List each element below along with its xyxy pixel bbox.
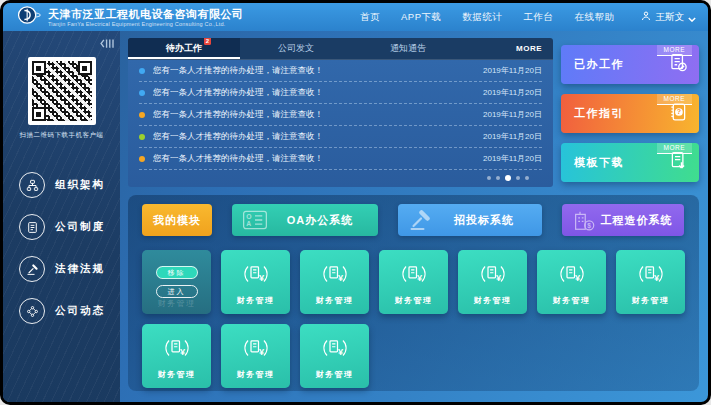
module-card-label: 财务管理 xyxy=(158,369,196,380)
system-header-oa[interactable]: O A OA办公系统 xyxy=(232,204,378,236)
module-card-label: 财务管理 xyxy=(316,295,354,306)
todo-list-item[interactable]: 您有一条人才推荐的待办处理，请注意查收！ 2019年11月20日 xyxy=(139,82,542,104)
module-card-label: 财务管理 xyxy=(632,295,670,306)
pagination-dot[interactable] xyxy=(525,176,529,180)
nav-online-help[interactable]: 在线帮助 xyxy=(575,11,615,24)
svg-text:¥: ¥ xyxy=(337,347,343,357)
carousel-pagination xyxy=(139,170,542,185)
finance-doc-icon: ¥ xyxy=(320,259,350,293)
status-dot xyxy=(139,90,145,96)
sidebar-item-org-structure[interactable]: 组织架构 xyxy=(19,172,120,198)
card-label: 已办工作 xyxy=(574,57,624,72)
nav-workbench[interactable]: 工作台 xyxy=(524,11,554,24)
todo-list-item[interactable]: 您有一条人才推荐的待办处理，请注意查收！ 2019年11月20日 xyxy=(139,148,542,170)
sidebar-item-company-news[interactable]: 公司动态 xyxy=(19,298,120,324)
qr-caption: 扫描二维码下载手机客户端 xyxy=(3,131,120,140)
chevron-down-icon xyxy=(688,8,696,26)
pagination-dot[interactable] xyxy=(487,176,491,180)
nav-app-download[interactable]: APP下载 xyxy=(401,11,442,24)
status-dot xyxy=(139,134,145,140)
page-body: 扫描二维码下载手机客户端 组织架构 xyxy=(3,31,708,402)
svg-text:¥: ¥ xyxy=(495,273,501,283)
svg-text:¥: ¥ xyxy=(574,273,580,283)
pagination-dot[interactable] xyxy=(516,176,520,180)
company-logo-icon xyxy=(17,5,41,29)
pagination-dot-active[interactable] xyxy=(505,175,511,181)
module-card-finance[interactable]: ¥ 财务管理 xyxy=(221,250,290,314)
nav-data-statistics[interactable]: 数据统计 xyxy=(463,11,503,24)
module-card-finance[interactable]: ¥ 财务管理 xyxy=(379,250,448,314)
svg-text:A: A xyxy=(246,220,251,227)
todo-more-link[interactable]: MORE xyxy=(516,44,553,53)
todo-list-item[interactable]: 您有一条人才推荐的待办处理，请注意查收！ 2019年11月20日 xyxy=(139,104,542,126)
tab-notices[interactable]: 通知通告 xyxy=(352,38,464,59)
left-sidebar: 扫描二维码下载手机客户端 组织架构 xyxy=(3,31,120,402)
sidebar-item-label: 组织架构 xyxy=(55,178,105,192)
todo-date: 2019年11月20日 xyxy=(483,65,542,76)
network-icon xyxy=(19,298,45,324)
card-template-download[interactable]: MORE 模板下载 xyxy=(561,143,699,182)
system-label: 工程造价系统 xyxy=(595,213,684,228)
card-work-guide[interactable]: MORE 工作指引 ? xyxy=(561,94,699,133)
status-dot xyxy=(139,156,145,162)
module-card-label: 财务管理 xyxy=(395,295,433,306)
todo-list-item[interactable]: 您有一条人才推荐的待办处理，请注意查收！ 2019年11月20日 xyxy=(139,60,542,82)
top-navigation: 首页 APP下载 数据统计 工作台 在线帮助 王斯文 xyxy=(360,8,696,26)
sidebar-item-company-rules[interactable]: 公司制度 xyxy=(19,214,120,240)
system-header-project-cost[interactable]: $ 工程造价系统 xyxy=(562,204,684,236)
company-titles: 天津市泛亚工程机电设备咨询有限公司 Tianjin FanYa Electric… xyxy=(48,8,244,27)
sidebar-collapse-icon[interactable] xyxy=(100,35,115,53)
nav-home[interactable]: 首页 xyxy=(360,11,380,24)
status-dot xyxy=(139,68,145,74)
document-download-icon xyxy=(668,150,689,175)
todo-list: 您有一条人才推荐的待办处理，请注意查收！ 2019年11月20日 您有一条人才推… xyxy=(128,60,553,187)
module-card-finance[interactable]: ¥ 财务管理 xyxy=(142,324,211,388)
finance-doc-icon: ¥ xyxy=(241,259,271,293)
module-card-label: 财务管理 xyxy=(553,295,591,306)
module-card-finance[interactable]: ¥ 财务管理 xyxy=(221,324,290,388)
notification-badge: 2 xyxy=(204,38,211,45)
todo-text: 您有一条人才推荐的待办处理，请注意查收！ xyxy=(153,109,475,121)
remove-button[interactable]: 移除 xyxy=(156,266,198,279)
module-card-finance[interactable]: ¥ 财务管理 xyxy=(300,250,369,314)
module-card-hovered[interactable]: 移除 进入 财务管理 xyxy=(142,250,211,314)
module-card-finance[interactable]: ¥ 财务管理 xyxy=(537,250,606,314)
svg-text:?: ? xyxy=(677,108,681,115)
system-header-bidding[interactable]: 招投标系统 xyxy=(398,204,542,236)
tab-pending-work[interactable]: 待办工作 2 xyxy=(128,38,240,59)
module-card-finance[interactable]: ¥ 财务管理 xyxy=(300,324,369,388)
sidebar-menu: 组织架构 公司制度 xyxy=(3,172,120,324)
pagination-dot[interactable] xyxy=(496,176,500,180)
systems-header-row: 我的模块 O A OA办公系统 xyxy=(142,204,685,236)
module-card-ghost-label: 财务管理 xyxy=(142,298,211,309)
card-label: 模板下载 xyxy=(574,155,624,170)
sidebar-item-label: 公司动态 xyxy=(55,304,105,318)
module-card-finance[interactable]: ¥ 财务管理 xyxy=(616,250,685,314)
svg-text:O: O xyxy=(246,213,251,220)
todo-text: 您有一条人才推荐的待办处理，请注意查收！ xyxy=(153,131,475,143)
building-cost-icon: $ xyxy=(572,210,595,231)
todo-list-item[interactable]: 您有一条人才推荐的待办处理，请注意查收！ 2019年11月20日 xyxy=(139,126,542,148)
svg-text:¥: ¥ xyxy=(653,273,659,283)
module-card-label: 财务管理 xyxy=(237,369,275,380)
module-cards-grid: 移除 进入 财务管理 ¥ 财务管理 ¥ 财务管理 ¥ xyxy=(142,250,685,388)
sidebar-item-laws-regulations[interactable]: 法律法规 xyxy=(19,256,120,282)
todo-text: 您有一条人才推荐的待办处理，请注意查收！ xyxy=(153,65,475,77)
module-card-label: 财务管理 xyxy=(237,295,275,306)
guide-book-icon: ? xyxy=(668,101,689,126)
tab-company-documents[interactable]: 公司发文 xyxy=(240,38,352,59)
enter-button[interactable]: 进入 xyxy=(156,285,198,298)
user-name: 王斯文 xyxy=(656,11,685,24)
modules-panel: 我的模块 O A OA办公系统 xyxy=(128,195,699,391)
top-header-bar: 天津市泛亚工程机电设备咨询有限公司 Tianjin FanYa Electric… xyxy=(3,3,708,31)
card-done-work[interactable]: MORE 已办工作 xyxy=(561,45,699,84)
brand: 天津市泛亚工程机电设备咨询有限公司 Tianjin FanYa Electric… xyxy=(17,5,244,29)
qr-code-image xyxy=(32,61,92,121)
todo-panel: 待办工作 2 公司发文 通知通告 MORE xyxy=(128,38,553,187)
system-label: OA办公系统 xyxy=(268,213,378,228)
user-menu[interactable]: 王斯文 xyxy=(640,8,697,26)
svg-text:$: $ xyxy=(587,221,591,229)
my-modules-button[interactable]: 我的模块 xyxy=(142,204,212,236)
quick-cards-column: MORE 已办工作 MORE 工作指 xyxy=(561,38,699,187)
module-card-finance[interactable]: ¥ 财务管理 xyxy=(458,250,527,314)
